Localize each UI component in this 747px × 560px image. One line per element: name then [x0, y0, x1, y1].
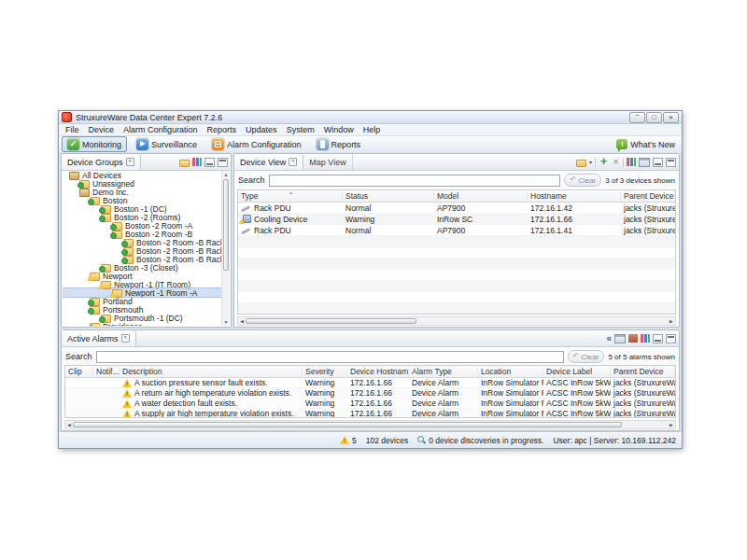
column-header-severity[interactable]: Severity [303, 367, 347, 376]
scrollbar-thumb[interactable] [223, 179, 229, 271]
tab-close-icon[interactable] [126, 158, 134, 166]
table-row[interactable]: Cooling Device Warning InRow SC 172.16.1… [238, 214, 675, 225]
device-table-body: Rack PDU Normal AP7900 172.16.1.42 jacks… [238, 203, 675, 315]
table-icon[interactable] [639, 158, 650, 167]
folder-ok-icon [100, 314, 111, 322]
scrollbar-thumb[interactable] [73, 422, 622, 427]
alarm-search-input[interactable] [96, 351, 564, 363]
tree-vertical-scrollbar[interactable]: ▲ ▼ [221, 171, 230, 326]
window-title: StruxureWare Data Center Expert 7.2.6 [76, 113, 222, 122]
panel-minimize-icon[interactable] [653, 158, 663, 167]
column-header-device-label[interactable]: Device Label [543, 367, 611, 376]
scroll-left-icon[interactable]: ◀ [65, 422, 73, 427]
device-search-input[interactable] [269, 175, 561, 187]
tab-active-alarms[interactable]: Active Alarms [62, 330, 136, 346]
panel-maximize-icon[interactable] [218, 158, 228, 167]
chevron-down-icon[interactable]: ▾ [589, 160, 592, 165]
column-header-device-hostname[interactable]: Device Hostname [347, 367, 409, 376]
cell-parent-device: jacks (StruxureWare Data [611, 409, 675, 418]
group-chart-icon[interactable] [192, 158, 202, 166]
menu-updates[interactable]: Updates [241, 125, 282, 134]
title-bar[interactable]: StruxureWare Data Center Expert 7.2.6 [59, 111, 682, 124]
scroll-right-icon[interactable]: ▶ [668, 318, 675, 324]
scroll-down-icon[interactable]: ▼ [222, 318, 230, 326]
column-header-status[interactable]: Status [343, 191, 434, 201]
column-header-clip[interactable]: Clip [65, 367, 93, 376]
tree-item[interactable]: Boston -3 (Closet) [63, 263, 222, 272]
close-button[interactable] [663, 112, 679, 123]
menu-window[interactable]: Window [319, 125, 359, 134]
group-folder-icon[interactable] [179, 159, 190, 166]
tree-item[interactable]: Unassigned [63, 179, 222, 188]
alarm-count-text: 5 of 5 alarms shown [608, 353, 675, 361]
app-icon [62, 112, 72, 122]
column-header-parent-device[interactable]: Parent Device [611, 367, 675, 376]
table-row[interactable]: A suction pressure sensor fault exists. … [65, 378, 675, 388]
column-header-parent-device[interactable]: Parent Device [621, 191, 675, 201]
menu-file[interactable]: File [61, 125, 84, 134]
delete-device-icon[interactable] [612, 158, 620, 166]
monitoring-button[interactable]: Monitoring [62, 136, 127, 152]
chart-icon[interactable] [627, 158, 636, 166]
tree-item[interactable]: Demo Inc. [63, 188, 222, 196]
table-row[interactable]: A return air high temperature violation … [65, 388, 675, 399]
scroll-right-icon[interactable]: ▶ [668, 422, 675, 427]
alarm-configuration-button[interactable]: Alarm Configuration [206, 136, 307, 152]
menu-reports[interactable]: Reports [203, 125, 242, 134]
surveillance-label: Surveillance [151, 140, 197, 149]
folder-ok-icon [122, 238, 134, 246]
grid-icon[interactable] [614, 334, 626, 343]
alarm-clear-button[interactable]: ↶ Clear [568, 350, 605, 363]
tab-map-view[interactable]: Map View [303, 154, 352, 170]
column-header-description[interactable]: Description [120, 367, 303, 376]
add-device-icon[interactable] [599, 157, 609, 167]
table-row[interactable]: Rack PDU Normal AP7900 172.16.1.41 jacks… [238, 225, 675, 236]
panel-maximize-icon[interactable] [666, 334, 676, 343]
panel-maximize-icon[interactable] [666, 158, 676, 167]
menu-alarm-configuration[interactable]: Alarm Configuration [119, 125, 203, 134]
column-header-model[interactable]: Model [434, 191, 528, 201]
menu-help[interactable]: Help [359, 125, 386, 134]
cell-parent-device: jacks (StruxureWare Data [611, 399, 675, 408]
device-clear-button[interactable]: ↶ Clear [564, 174, 601, 187]
tab-close-icon[interactable] [289, 158, 297, 166]
panel-minimize-icon[interactable] [204, 158, 215, 167]
scroll-up-icon[interactable]: ▲ [222, 171, 230, 178]
minimize-button[interactable] [629, 112, 645, 123]
tree-item-selected[interactable]: Newport -1 Room -A [63, 288, 222, 297]
search-label: Search [65, 352, 92, 361]
collapse-all-icon[interactable]: « [606, 334, 612, 343]
scrollbar-thumb[interactable] [246, 318, 416, 324]
folder-warning-icon [100, 280, 111, 288]
tab-device-groups[interactable]: Device Groups [62, 154, 141, 170]
devices-icon[interactable] [628, 334, 638, 343]
cell-parent-device: jacks (StruxureWare Data [611, 388, 675, 398]
chart-icon[interactable] [641, 334, 650, 343]
tree-item[interactable]: All Devices [63, 171, 222, 179]
alarm-horizontal-scrollbar[interactable]: ◀ ▶ [64, 420, 676, 429]
scroll-left-icon[interactable]: ◀ [238, 318, 246, 324]
device-horizontal-scrollbar[interactable]: ◀ ▶ [237, 316, 676, 326]
reports-button[interactable]: Reports [311, 136, 367, 152]
maximize-button[interactable] [646, 112, 662, 123]
export-icon[interactable] [576, 159, 586, 166]
menu-system[interactable]: System [282, 125, 319, 134]
building-icon [68, 171, 79, 179]
discovery-label: 0 device discoveries in progress. [429, 436, 543, 445]
tree-item[interactable]: Providence [63, 322, 222, 326]
table-row[interactable]: Rack PDU Normal AP7900 172.16.1.42 jacks… [238, 203, 675, 214]
column-header-alarm-type[interactable]: Alarm Type [409, 367, 478, 376]
folder-ok-icon [122, 246, 134, 255]
column-header-notification[interactable]: Notif... [93, 367, 120, 376]
table-row[interactable]: A water detection fault exists. Warning … [65, 399, 675, 409]
surveillance-button[interactable]: Surveillance [131, 136, 203, 152]
tab-device-view[interactable]: Device View [234, 154, 303, 170]
device-view-panel: Device View Map View ▾ [233, 153, 680, 328]
column-header-hostname[interactable]: Hostname [528, 191, 621, 201]
column-header-location[interactable]: Location [478, 367, 543, 376]
menu-device[interactable]: Device [84, 125, 120, 134]
whats-new-button[interactable]: What's New [616, 139, 679, 149]
tab-close-icon[interactable] [121, 334, 130, 343]
table-row[interactable]: A supply air high temperature violation … [65, 409, 675, 418]
panel-minimize-icon[interactable] [653, 334, 663, 343]
